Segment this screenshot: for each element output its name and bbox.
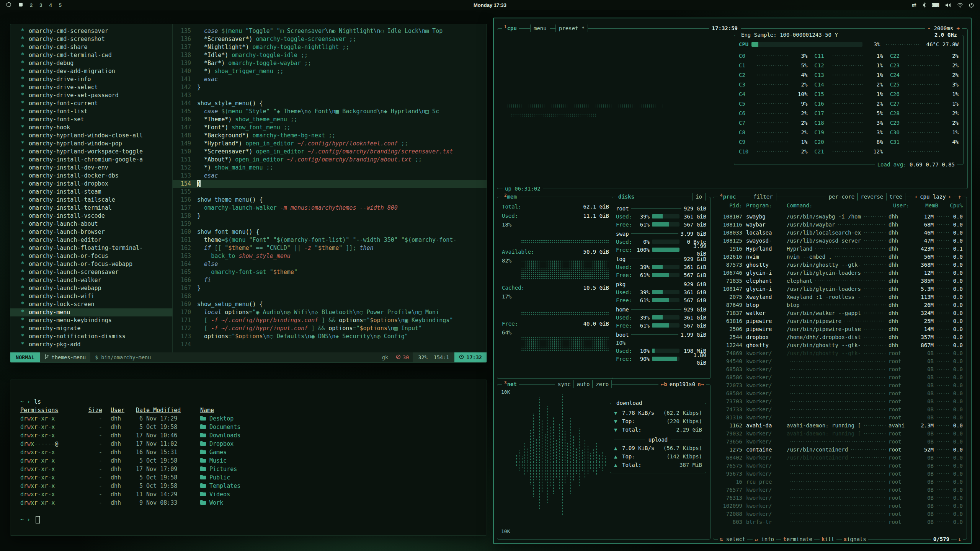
- process-row[interactable]: 71837 walker /usr/bin/walker --gappl dhh…: [717, 309, 963, 317]
- file-list-item[interactable]: * omarchy-drive-set-password: [20, 91, 172, 99]
- proc-mode-button[interactable]: per-core: [826, 193, 858, 201]
- preset-button[interactable]: preset *: [555, 24, 588, 32]
- file-list-item[interactable]: * omarchy-font-set: [20, 116, 172, 124]
- file-list-item[interactable]: * omarchy-launch-about: [20, 220, 172, 228]
- file-list-item[interactable]: * omarchy-cmd-share: [20, 43, 172, 51]
- sort-control[interactable]: ‹ cpu lazy ›: [912, 193, 954, 201]
- process-row[interactable]: 803 btrfs-tr root 0B 0.0: [717, 518, 963, 526]
- scroll-up-icon[interactable]: ↑: [957, 193, 963, 201]
- file-list-item[interactable]: * omarchy-install-dropbox: [20, 180, 172, 188]
- workspace-item[interactable]: 3: [39, 2, 42, 8]
- power-icon[interactable]: [969, 3, 974, 8]
- file-list-item[interactable]: * omarchy-menu-keybindings: [20, 316, 172, 324]
- file-list-item[interactable]: * omarchy-drive-info: [20, 75, 172, 83]
- code-pane[interactable]: 135 case $(menu "Toggle" "◫ Screensaver\…: [173, 24, 487, 352]
- file-list-item[interactable]: * omarchy-hyprland-window-close-all: [20, 132, 172, 140]
- process-row[interactable]: 102616 nvim nvim --embed . dhh 56M 0.0: [717, 253, 963, 261]
- process-row[interactable]: 95673 kworker/ root 0B 0.0: [717, 469, 963, 478]
- net-mode-button[interactable]: sync: [555, 380, 574, 388]
- interval-decrease[interactable]: -: [928, 25, 931, 31]
- proc-hotkey[interactable]: kill: [820, 535, 836, 543]
- process-row[interactable]: 2544 dropbox /home/dhh/.dropbox-dist dhh…: [717, 333, 963, 341]
- net-mode-button[interactable]: auto: [574, 380, 593, 388]
- file-list-item[interactable]: * omarchy-debug: [20, 59, 172, 67]
- file-list-item[interactable]: * omarchy-font-list: [20, 108, 172, 116]
- file-list-item[interactable]: * omarchy-pkg-add: [20, 341, 172, 349]
- keyboard-icon[interactable]: ⌨: [932, 2, 939, 8]
- file-list-item[interactable]: * omarchy-launch-screensaver: [20, 268, 172, 276]
- process-row[interactable]: 108147 glycin-i /usr/lib/glycin-loaders …: [717, 285, 963, 293]
- process-row[interactable]: 2075 Xwayland Xwayland :1 -rootless - dh…: [717, 293, 963, 301]
- proc-hotkey[interactable]: ⇅ select: [718, 535, 747, 543]
- process-row[interactable]: 72088 kworker/ root 0B 0.0: [717, 510, 963, 518]
- workspace-item[interactable]: 5: [59, 2, 62, 8]
- file-list-item[interactable]: * omarchy-install-tailscale: [20, 196, 172, 204]
- process-row[interactable]: 16 rcu_pree root 0B 0.0: [717, 478, 963, 486]
- interval-increase[interactable]: +: [957, 25, 960, 31]
- file-list-item[interactable]: * omarchy-hyprland-workspace-toggle: [20, 148, 172, 156]
- file-list-item[interactable]: * omarchy-launch-or-focus: [20, 252, 172, 260]
- file-list-item[interactable]: * omarchy-menu: [10, 308, 173, 316]
- file-list-item[interactable]: * omarchy-install-terminal: [20, 204, 172, 212]
- net-mode-button[interactable]: zero: [593, 380, 612, 388]
- file-list-item[interactable]: * omarchy-font-current: [20, 99, 172, 108]
- process-row[interactable]: 72073 kworker/ root 0B 0.0: [717, 381, 963, 389]
- proc-hotkey[interactable]: ↵ info: [753, 535, 776, 543]
- process-row[interactable]: 68586 kworker/ root 0B 0.0: [717, 373, 963, 381]
- process-row[interactable]: 108125 swayosd- /usr/lib/swayosd-server …: [717, 236, 963, 245]
- proc-hotkey[interactable]: terminate: [781, 535, 814, 543]
- file-list-item[interactable]: * omarchy-install-docker-dbs: [20, 172, 172, 180]
- process-row[interactable]: 68584 kworker/ root 0B 0.0: [717, 389, 963, 397]
- file-list-item[interactable]: * omarchy-cmd-screensaver: [20, 27, 172, 35]
- net-interface[interactable]: ←b enp191s0 n→: [658, 380, 706, 388]
- omarchy-logo-icon[interactable]: [6, 2, 11, 8]
- process-row[interactable]: 76575 kworker/ root 0B 0.0: [717, 461, 963, 469]
- process-row[interactable]: 1162 avahi-da avahi-daemon: running [ av…: [717, 421, 963, 429]
- process-row[interactable]: 73703 kworker/ root 0B 0.0: [717, 397, 963, 405]
- process-row[interactable]: 81310 kworker/ root 0B 0.0: [717, 413, 963, 421]
- screenshare-icon[interactable]: ⇄: [912, 2, 916, 8]
- process-row[interactable]: 68402 kworker/ /usr/bin/containerd root …: [717, 453, 963, 461]
- file-list-item[interactable]: * omarchy-hyprland-window-pop: [20, 140, 172, 148]
- process-row[interactable]: 76313 kworker/ root 0B 0.0: [717, 494, 963, 502]
- proc-mode-button[interactable]: tree: [886, 193, 905, 201]
- process-row[interactable]: 1916 Hyprland Hyprland dhh 423M 0.1: [717, 245, 963, 253]
- file-list-item[interactable]: * omarchy-launch-or-focus-webapp: [20, 260, 172, 268]
- process-row[interactable]: 71835 elephant elephant dhh 385M 0.0: [717, 277, 963, 285]
- process-row[interactable]: 106746 glycin-i /usr/lib/glycin-loaders …: [717, 269, 963, 277]
- file-list-item[interactable]: * omarchy-cmd-screenshot: [20, 35, 172, 43]
- file-list-item[interactable]: * omarchy-install-chromium-google-a: [20, 156, 172, 164]
- process-row[interactable]: 108116 waybar /usr/bin/waybar dhh 68M 0.…: [717, 220, 963, 228]
- process-row[interactable]: 12244 ghostty /usr/bin/ghostty --gtk- dh…: [717, 341, 963, 349]
- process-row[interactable]: 108033 localsea /usr/lib/localsearch-ex …: [717, 228, 963, 236]
- process-row[interactable]: 79032 kworker/ avahi-daemon: running [ r…: [717, 429, 963, 437]
- process-row[interactable]: 102099 kworker/ root 0B 0.0: [717, 502, 963, 510]
- file-list-item[interactable]: * omarchy-launch-webapp: [20, 284, 172, 292]
- process-row[interactable]: 76577 kworker/ root 0B 0.0: [717, 486, 963, 494]
- file-list-item[interactable]: * omarchy-launch-floating-terminal-: [20, 244, 172, 252]
- file-list-item[interactable]: * omarchy-cmd-terminal-cwd: [20, 51, 172, 59]
- file-list-item[interactable]: * omarchy-launch-browser: [20, 228, 172, 236]
- process-row[interactable]: 94540 kworker/ root 0B 0.0: [717, 357, 963, 365]
- file-list-item[interactable]: * omarchy-migrate: [20, 324, 172, 333]
- process-row[interactable]: 108107 swaybg /usr/bin/swaybg -i /hom dh…: [717, 212, 963, 220]
- volume-icon[interactable]: [945, 3, 951, 8]
- file-list-item[interactable]: * omarchy-hook: [20, 124, 172, 132]
- file-list-item[interactable]: * omarchy-install-vscode: [20, 212, 172, 220]
- bluetooth-icon[interactable]: [922, 2, 926, 8]
- file-list-item[interactable]: * omarchy-notification-dismiss: [20, 333, 172, 341]
- scroll-down-icon[interactable]: ↓: [957, 535, 963, 543]
- file-list-item[interactable]: * omarchy-drive-select: [20, 83, 172, 91]
- filter-button[interactable]: filter: [750, 193, 776, 201]
- process-row[interactable]: 68583 kworker/ root 0B 0.0: [717, 365, 963, 373]
- terminal-window[interactable]: ~ › ls Permissions Size User Date Modifi…: [10, 380, 487, 536]
- file-list-item[interactable]: * omarchy-launch-walker: [20, 276, 172, 284]
- workspace-item[interactable]: 4: [49, 2, 52, 8]
- process-row[interactable]: 1275 containe /usr/bin/containerd root 5…: [717, 445, 963, 453]
- file-list-item[interactable]: * omarchy-install-dev-env: [20, 164, 172, 172]
- clock[interactable]: Monday 17:33: [474, 2, 506, 8]
- process-row[interactable]: 87573 ghostty /usr/bin/ghostty --gtk- dh…: [717, 261, 963, 269]
- file-list-item[interactable]: * omarchy-launch-editor: [20, 236, 172, 244]
- file-list-item[interactable]: * omarchy-lock-screen: [20, 300, 172, 308]
- process-row[interactable]: 73656 kworker/ root 0B 0.0: [717, 437, 963, 445]
